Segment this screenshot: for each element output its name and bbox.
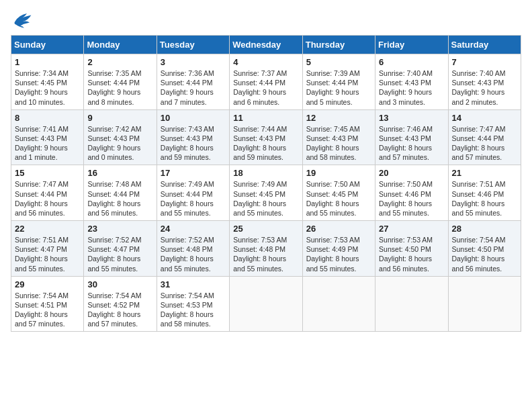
logo-bird-icon	[11, 11, 32, 30]
day-number: 4	[233, 57, 298, 67]
calendar-cell	[302, 276, 375, 332]
day-number: 7	[452, 57, 517, 67]
day-detail: Sunrise: 7:52 AM Sunset: 4:48 PM Dayligh…	[161, 235, 226, 273]
calendar-week-row: 29 Sunrise: 7:54 AM Sunset: 4:51 PM Dayl…	[11, 276, 521, 332]
calendar-cell: 20 Sunrise: 7:50 AM Sunset: 4:46 PM Dayl…	[375, 165, 448, 221]
day-detail: Sunrise: 7:43 AM Sunset: 4:43 PM Dayligh…	[161, 124, 226, 163]
day-detail: Sunrise: 7:36 AM Sunset: 4:44 PM Dayligh…	[161, 68, 226, 107]
day-detail: Sunrise: 7:54 AM Sunset: 4:52 PM Dayligh…	[87, 291, 152, 329]
calendar-cell: 31 Sunrise: 7:54 AM Sunset: 4:53 PM Dayl…	[157, 276, 229, 332]
day-number: 15	[15, 168, 80, 178]
weekday-header-friday: Friday	[375, 36, 448, 54]
calendar-cell: 14 Sunrise: 7:47 AM Sunset: 4:44 PM Dayl…	[448, 109, 521, 165]
calendar-cell: 17 Sunrise: 7:49 AM Sunset: 4:44 PM Dayl…	[157, 165, 229, 221]
weekday-header-tuesday: Tuesday	[157, 36, 229, 54]
day-detail: Sunrise: 7:34 AM Sunset: 4:45 PM Dayligh…	[15, 68, 80, 107]
calendar-cell: 28 Sunrise: 7:54 AM Sunset: 4:50 PM Dayl…	[448, 221, 521, 277]
logo	[11, 11, 35, 30]
calendar-cell: 29 Sunrise: 7:54 AM Sunset: 4:51 PM Dayl…	[11, 276, 84, 332]
calendar-week-row: 8 Sunrise: 7:41 AM Sunset: 4:43 PM Dayli…	[11, 109, 521, 165]
calendar-cell: 16 Sunrise: 7:48 AM Sunset: 4:44 PM Dayl…	[84, 165, 157, 221]
calendar-cell	[448, 276, 521, 332]
day-number: 2	[87, 57, 152, 67]
calendar-cell: 25 Sunrise: 7:53 AM Sunset: 4:48 PM Dayl…	[230, 221, 302, 277]
calendar-cell: 1 Sunrise: 7:34 AM Sunset: 4:45 PM Dayli…	[11, 54, 84, 110]
calendar-cell: 15 Sunrise: 7:47 AM Sunset: 4:44 PM Dayl…	[11, 165, 84, 221]
day-number: 30	[87, 279, 152, 289]
calendar-week-row: 15 Sunrise: 7:47 AM Sunset: 4:44 PM Dayl…	[11, 165, 521, 221]
calendar-cell: 30 Sunrise: 7:54 AM Sunset: 4:52 PM Dayl…	[84, 276, 157, 332]
calendar-cell: 13 Sunrise: 7:46 AM Sunset: 4:43 PM Dayl…	[375, 109, 448, 165]
calendar-cell: 11 Sunrise: 7:44 AM Sunset: 4:43 PM Dayl…	[230, 109, 302, 165]
day-number: 17	[161, 168, 226, 178]
calendar-cell: 3 Sunrise: 7:36 AM Sunset: 4:44 PM Dayli…	[157, 54, 229, 110]
day-detail: Sunrise: 7:54 AM Sunset: 4:51 PM Dayligh…	[15, 291, 80, 329]
day-detail: Sunrise: 7:37 AM Sunset: 4:44 PM Dayligh…	[233, 68, 298, 107]
calendar-cell: 24 Sunrise: 7:52 AM Sunset: 4:48 PM Dayl…	[157, 221, 229, 277]
calendar-cell: 5 Sunrise: 7:39 AM Sunset: 4:44 PM Dayli…	[302, 54, 375, 110]
day-detail: Sunrise: 7:40 AM Sunset: 4:43 PM Dayligh…	[379, 68, 444, 107]
calendar-table: SundayMondayTuesdayWednesdayThursdayFrid…	[11, 35, 521, 332]
day-detail: Sunrise: 7:35 AM Sunset: 4:44 PM Dayligh…	[87, 68, 152, 107]
calendar-cell	[230, 276, 302, 332]
day-number: 26	[306, 224, 371, 234]
calendar-header-row: SundayMondayTuesdayWednesdayThursdayFrid…	[11, 36, 521, 54]
day-number: 20	[379, 168, 444, 178]
calendar-cell: 7 Sunrise: 7:40 AM Sunset: 4:43 PM Dayli…	[448, 54, 521, 110]
calendar-week-row: 22 Sunrise: 7:51 AM Sunset: 4:47 PM Dayl…	[11, 221, 521, 277]
day-detail: Sunrise: 7:54 AM Sunset: 4:50 PM Dayligh…	[452, 235, 517, 273]
day-number: 12	[306, 113, 371, 123]
day-detail: Sunrise: 7:45 AM Sunset: 4:43 PM Dayligh…	[306, 124, 371, 163]
day-detail: Sunrise: 7:51 AM Sunset: 4:47 PM Dayligh…	[15, 235, 80, 273]
day-detail: Sunrise: 7:54 AM Sunset: 4:53 PM Dayligh…	[161, 291, 226, 329]
day-detail: Sunrise: 7:40 AM Sunset: 4:43 PM Dayligh…	[452, 68, 517, 107]
calendar-cell: 6 Sunrise: 7:40 AM Sunset: 4:43 PM Dayli…	[375, 54, 448, 110]
weekday-header-wednesday: Wednesday	[230, 36, 302, 54]
day-number: 27	[379, 224, 444, 234]
day-detail: Sunrise: 7:50 AM Sunset: 4:45 PM Dayligh…	[306, 179, 371, 218]
calendar-week-row: 1 Sunrise: 7:34 AM Sunset: 4:45 PM Dayli…	[11, 54, 521, 110]
day-number: 11	[233, 113, 298, 123]
weekday-header-monday: Monday	[84, 36, 157, 54]
day-number: 29	[15, 279, 80, 289]
calendar-cell: 8 Sunrise: 7:41 AM Sunset: 4:43 PM Dayli…	[11, 109, 84, 165]
calendar-cell: 27 Sunrise: 7:53 AM Sunset: 4:50 PM Dayl…	[375, 221, 448, 277]
day-detail: Sunrise: 7:49 AM Sunset: 4:45 PM Dayligh…	[233, 179, 298, 218]
day-number: 21	[452, 168, 517, 178]
day-detail: Sunrise: 7:53 AM Sunset: 4:49 PM Dayligh…	[306, 235, 371, 273]
day-number: 31	[161, 279, 226, 289]
weekday-header-sunday: Sunday	[11, 36, 84, 54]
calendar-cell: 19 Sunrise: 7:50 AM Sunset: 4:45 PM Dayl…	[302, 165, 375, 221]
calendar-cell: 9 Sunrise: 7:42 AM Sunset: 4:43 PM Dayli…	[84, 109, 157, 165]
day-detail: Sunrise: 7:41 AM Sunset: 4:43 PM Dayligh…	[15, 124, 80, 163]
day-number: 5	[306, 57, 371, 67]
day-number: 24	[161, 224, 226, 234]
day-detail: Sunrise: 7:52 AM Sunset: 4:47 PM Dayligh…	[87, 235, 152, 273]
calendar-cell: 4 Sunrise: 7:37 AM Sunset: 4:44 PM Dayli…	[230, 54, 302, 110]
day-detail: Sunrise: 7:39 AM Sunset: 4:44 PM Dayligh…	[306, 68, 371, 107]
day-number: 10	[161, 113, 226, 123]
day-detail: Sunrise: 7:47 AM Sunset: 4:44 PM Dayligh…	[452, 124, 517, 163]
day-number: 22	[15, 224, 80, 234]
day-number: 1	[15, 57, 80, 67]
day-number: 25	[233, 224, 298, 234]
day-number: 3	[161, 57, 226, 67]
day-detail: Sunrise: 7:42 AM Sunset: 4:43 PM Dayligh…	[87, 124, 152, 163]
day-number: 16	[87, 168, 152, 178]
day-detail: Sunrise: 7:51 AM Sunset: 4:46 PM Dayligh…	[452, 179, 517, 218]
calendar-cell: 26 Sunrise: 7:53 AM Sunset: 4:49 PM Dayl…	[302, 221, 375, 277]
calendar-cell: 21 Sunrise: 7:51 AM Sunset: 4:46 PM Dayl…	[448, 165, 521, 221]
calendar-cell	[375, 276, 448, 332]
calendar-cell: 12 Sunrise: 7:45 AM Sunset: 4:43 PM Dayl…	[302, 109, 375, 165]
day-detail: Sunrise: 7:46 AM Sunset: 4:43 PM Dayligh…	[379, 124, 444, 163]
day-number: 18	[233, 168, 298, 178]
day-detail: Sunrise: 7:44 AM Sunset: 4:43 PM Dayligh…	[233, 124, 298, 163]
day-number: 13	[379, 113, 444, 123]
day-number: 23	[87, 224, 152, 234]
weekday-header-thursday: Thursday	[302, 36, 375, 54]
calendar-cell: 2 Sunrise: 7:35 AM Sunset: 4:44 PM Dayli…	[84, 54, 157, 110]
calendar-cell: 10 Sunrise: 7:43 AM Sunset: 4:43 PM Dayl…	[157, 109, 229, 165]
calendar-cell: 23 Sunrise: 7:52 AM Sunset: 4:47 PM Dayl…	[84, 221, 157, 277]
day-number: 9	[87, 113, 152, 123]
day-number: 19	[306, 168, 371, 178]
